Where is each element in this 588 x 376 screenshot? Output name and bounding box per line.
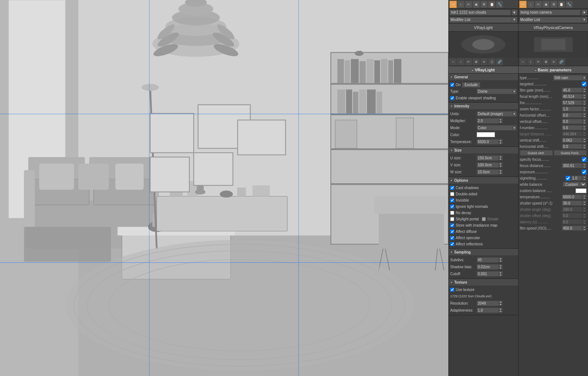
cam-film-gate-input[interactable] bbox=[562, 88, 582, 93]
modifier-icon[interactable]: ↕ bbox=[457, 1, 465, 8]
fov-up[interactable]: ▲ bbox=[582, 100, 587, 103]
shutter-offset-up[interactable]: ▲ bbox=[582, 213, 587, 216]
cam-vert-shift-input[interactable] bbox=[562, 138, 582, 143]
v-down[interactable]: ▼ bbox=[498, 165, 503, 167]
vert-offset-up[interactable]: ▲ bbox=[582, 119, 587, 121]
cam-focal-input[interactable] bbox=[562, 94, 582, 99]
options-header[interactable]: Options bbox=[449, 177, 518, 184]
cam-vert-offset-input[interactable] bbox=[562, 119, 582, 124]
cam-rotate-icon[interactable]: ↕ bbox=[527, 58, 534, 65]
hierarchy-icon[interactable]: ✂ bbox=[465, 1, 472, 8]
multiplier-down[interactable]: ▼ bbox=[498, 121, 503, 123]
cam-film-speed-input[interactable] bbox=[562, 226, 582, 231]
shadow-bias-down[interactable]: ▼ bbox=[498, 267, 503, 269]
scale-icon[interactable]: ✂ bbox=[465, 58, 472, 65]
texture-header[interactable]: Texture bbox=[449, 279, 518, 285]
light-modifier-arrow[interactable]: ▼ bbox=[512, 17, 517, 23]
exclude-btn[interactable]: Exclude bbox=[462, 82, 480, 88]
resolution-up[interactable]: ▲ bbox=[498, 301, 503, 303]
multiplier-up[interactable]: ▲ bbox=[498, 118, 503, 121]
on-checkbox[interactable] bbox=[450, 83, 454, 87]
vert-shift-up[interactable]: ▲ bbox=[582, 138, 587, 140]
no-decay-checkbox[interactable] bbox=[450, 211, 454, 215]
cam-exposure-checkbox[interactable] bbox=[582, 170, 587, 174]
guess-vert-btn[interactable]: Guess vert. bbox=[520, 150, 553, 156]
multiplier-input[interactable] bbox=[477, 118, 499, 124]
cam-horiz-shift-input[interactable] bbox=[562, 144, 582, 149]
double-sided-checkbox[interactable] bbox=[450, 192, 454, 196]
cam-shutter-offset-input[interactable] bbox=[562, 213, 582, 218]
light-name-input[interactable] bbox=[449, 10, 511, 15]
cam-modifier-dropdown[interactable]: Modifier List bbox=[519, 17, 582, 23]
move-icon[interactable]: ↔ bbox=[449, 58, 457, 65]
link-icon[interactable]: 🔗 bbox=[496, 58, 503, 65]
cutoff-input[interactable] bbox=[477, 271, 499, 277]
w-size-input[interactable] bbox=[477, 169, 499, 175]
cam-params-minus[interactable]: - bbox=[535, 68, 537, 72]
horiz-offset-up[interactable]: ▲ bbox=[582, 113, 587, 115]
units-dropdown[interactable]: Default (image) bbox=[477, 111, 513, 117]
use-texture-checkbox[interactable] bbox=[450, 288, 454, 292]
cam-fnumber-input[interactable] bbox=[562, 125, 582, 130]
subdivs-input[interactable] bbox=[477, 257, 499, 263]
cam-shutter-speed-input[interactable] bbox=[562, 201, 582, 206]
focal-down[interactable]: ▼ bbox=[582, 96, 587, 99]
shutter-angle-up[interactable]: ▲ bbox=[582, 207, 587, 209]
cam-wb-dropdown[interactable]: Custom bbox=[563, 182, 587, 187]
enable-viewport-checkbox[interactable] bbox=[450, 96, 454, 100]
shutter-offset-down[interactable]: ▼ bbox=[582, 216, 587, 218]
simple-checkbox[interactable] bbox=[482, 217, 486, 221]
intensity-header[interactable]: Intensity bbox=[449, 103, 518, 109]
cam-hier-icon[interactable]: ✂ bbox=[535, 1, 542, 8]
type-dropdown-arrow[interactable]: ▼ bbox=[512, 89, 517, 94]
cam-custom-balance-swatch[interactable] bbox=[576, 188, 587, 193]
fnumber-down[interactable]: ▼ bbox=[582, 128, 587, 130]
cam-util-icon[interactable]: ⚙ bbox=[550, 1, 557, 8]
adaptiveness-up[interactable]: ▲ bbox=[498, 308, 503, 310]
horiz-shift-down[interactable]: ▼ bbox=[582, 146, 587, 149]
subdivs-down[interactable]: ▼ bbox=[498, 260, 503, 262]
cam-temperature-down[interactable]: ▼ bbox=[582, 197, 587, 199]
cam-temperature-input[interactable] bbox=[562, 194, 582, 199]
align-icon[interactable]: ≡ bbox=[480, 58, 488, 65]
horiz-offset-down[interactable]: ▼ bbox=[582, 115, 587, 118]
focus-dist-up[interactable]: ▲ bbox=[582, 163, 587, 166]
v-up[interactable]: ▲ bbox=[498, 162, 503, 165]
cast-shadows-checkbox[interactable] bbox=[450, 186, 454, 190]
shutter-angle-down[interactable]: ▼ bbox=[582, 209, 587, 212]
cam-shutter-angle-input[interactable] bbox=[562, 207, 582, 212]
focus-dist-down[interactable]: ▼ bbox=[582, 166, 587, 168]
cam-motion-icon[interactable]: ◉ bbox=[542, 1, 550, 8]
vignetting-down[interactable]: ▼ bbox=[582, 178, 587, 181]
cam-vignetting-checkbox[interactable] bbox=[566, 176, 570, 181]
v-size-input[interactable] bbox=[477, 162, 499, 168]
cam-move-icon[interactable]: ↔ bbox=[519, 58, 527, 65]
affect-reflections-checkbox[interactable] bbox=[450, 242, 454, 246]
cam-target-dist-input[interactable] bbox=[562, 131, 582, 136]
vignetting-up[interactable]: ▲ bbox=[582, 175, 587, 178]
params-minus[interactable]: - bbox=[472, 68, 473, 72]
adaptiveness-down[interactable]: ▼ bbox=[498, 310, 503, 313]
rotate-icon[interactable]: ↕ bbox=[457, 58, 465, 65]
sampling-header[interactable]: Sampling bbox=[449, 249, 518, 255]
cam-modifier-arrow[interactable]: ▼ bbox=[581, 17, 587, 23]
cam-targeted-checkbox[interactable] bbox=[582, 82, 587, 86]
latency-up[interactable]: ▲ bbox=[582, 219, 587, 222]
utility-icon[interactable]: ⚙ bbox=[480, 1, 488, 8]
horiz-shift-up[interactable]: ▲ bbox=[582, 144, 587, 146]
cam-horiz-offset-input[interactable] bbox=[562, 113, 582, 118]
fov-down[interactable]: ▼ bbox=[582, 103, 587, 105]
cam-pivot-icon[interactable]: ⊕ bbox=[542, 58, 550, 65]
skylight-checkbox[interactable] bbox=[450, 217, 454, 221]
cutoff-down[interactable]: ▼ bbox=[498, 274, 503, 276]
shadow-bias-up[interactable]: ▲ bbox=[498, 264, 503, 267]
cam-align-icon[interactable]: ≡ bbox=[550, 58, 557, 65]
cam-vignetting-input[interactable] bbox=[571, 175, 582, 181]
vert-offset-down[interactable]: ▼ bbox=[582, 121, 587, 124]
store-irradiance-checkbox[interactable] bbox=[450, 223, 454, 227]
u-up[interactable]: ▲ bbox=[498, 155, 503, 158]
temperature-input[interactable] bbox=[477, 139, 499, 145]
cam-focus-dist-input[interactable] bbox=[562, 163, 582, 168]
target-dist-down[interactable]: ▼ bbox=[582, 134, 587, 136]
cam-zoom-input[interactable] bbox=[562, 106, 582, 111]
